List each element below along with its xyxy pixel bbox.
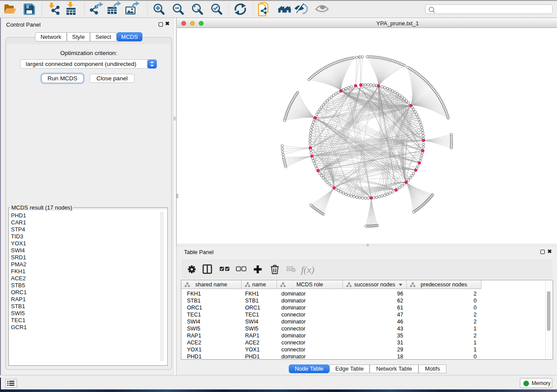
svg-text:f(x): f(x) (301, 264, 315, 275)
